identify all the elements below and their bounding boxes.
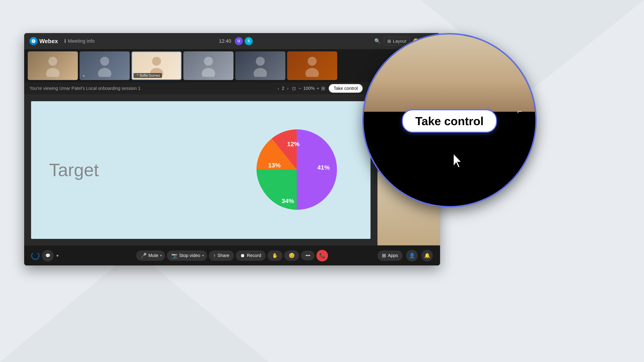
meeting-info-button[interactable]: ℹ Meeting info — [62, 37, 97, 45]
info-icon: ℹ — [64, 38, 66, 44]
next-page-button[interactable]: › — [286, 85, 290, 92]
stop-video-button[interactable]: 📷 Stop video ▾ — [167, 251, 207, 261]
video-chevron-icon: ▾ — [202, 253, 204, 258]
zoom-controls: − 100% + — [298, 86, 319, 91]
meeting-time: 12:40 — [219, 38, 231, 44]
pie-segment-purple2 — [297, 170, 337, 210]
stop-video-label: Stop video — [179, 253, 200, 258]
view-grid-button[interactable]: ⊞ — [321, 86, 325, 91]
record-icon: ⏺ — [240, 253, 245, 259]
apps-icon: ⊞ — [382, 253, 386, 259]
emoji-icon: 😊 — [289, 253, 295, 259]
slide-title: Target — [49, 160, 98, 180]
svg-point-11 — [306, 68, 319, 77]
participant-mic-3: 🎤 — [135, 74, 139, 77]
resize-corner-icon: ⌐ — [517, 107, 522, 116]
notifications-button[interactable]: 🔔 — [421, 250, 433, 261]
pie-chart-svg: 41% 34% 13% 12% — [250, 123, 344, 217]
toolbar-right: ⊞ Apps 👤 🔔 — [378, 250, 433, 261]
participants-button[interactable]: 👤 — [406, 250, 418, 261]
pie-segment-purple — [297, 129, 337, 170]
meeting-info-label: Meeting info — [68, 38, 94, 44]
hand-icon: ✋ — [272, 253, 278, 259]
svg-point-6 — [204, 57, 213, 66]
more-label: ••• — [306, 253, 310, 258]
presentation-area: You're viewing Umar Patel's Local onboar… — [24, 82, 378, 245]
label-41: 41% — [317, 164, 330, 171]
participant-thumb-4[interactable] — [183, 51, 234, 80]
presentation-toolbar: You're viewing Umar Patel's Local onboar… — [24, 82, 378, 95]
mute-button[interactable]: 🎤 Mute ▾ — [136, 251, 165, 261]
participant-thumb-5[interactable] — [235, 51, 285, 80]
svg-point-7 — [202, 68, 215, 77]
participant-thumb-6[interactable] — [287, 51, 337, 80]
svg-point-0 — [48, 57, 57, 66]
svg-point-8 — [256, 57, 265, 66]
bottom-toolbar: 💬 ▾ 🎤 Mute ▾ 📷 Stop video ▾ ↑ Share ⏺ Re… — [24, 245, 440, 266]
end-call-button[interactable]: 📞 — [316, 250, 328, 261]
svg-point-2 — [100, 57, 109, 66]
participant-thumb-2[interactable]: 🎤 — [80, 51, 130, 80]
participant-name-3: Sofia Gomez — [140, 73, 160, 77]
toolbar-controls: ‹ 2 › ⊡ − 100% + ⊞ — [277, 85, 325, 92]
take-control-toolbar-button[interactable]: Take control — [329, 84, 363, 93]
reactions-button[interactable]: ✋ — [268, 251, 282, 261]
viewing-text: You're viewing Umar Patel's Local onboar… — [30, 86, 273, 91]
svg-point-4 — [152, 57, 161, 66]
apps-button[interactable]: ⊞ Apps — [378, 251, 402, 261]
zoom-level: 100% — [303, 86, 314, 91]
emoji-button[interactable]: 😊 — [284, 251, 299, 261]
bell-icon: 🔔 — [424, 253, 430, 259]
mic-icon: 🎤 — [141, 253, 147, 259]
svg-point-3 — [98, 68, 111, 77]
participant-name-badge-3: 🎤 Sofia Gomez — [134, 73, 162, 78]
participant-video-5 — [235, 51, 285, 80]
zoom-circle-content: Take control ⌐ — [364, 34, 535, 206]
record-button[interactable]: ⏺ Record — [236, 251, 266, 261]
participant-video-1 — [28, 51, 78, 80]
svg-point-10 — [308, 57, 317, 66]
zoom-circle-overlay: Take control ⌐ — [362, 33, 537, 207]
title-bar-center: 12:40 U S — [97, 37, 374, 45]
svg-point-9 — [254, 68, 267, 77]
take-control-zoom-button[interactable]: Take control — [402, 109, 497, 132]
avatar-2: S — [245, 37, 253, 45]
toolbar-center: 🎤 Mute ▾ 📷 Stop video ▾ ↑ Share ⏺ Record… — [136, 250, 328, 261]
toolbar-left: 💬 ▾ — [31, 250, 58, 261]
more-button[interactable]: ••• — [301, 251, 314, 260]
svg-point-1 — [46, 68, 60, 77]
slide-content: Target — [31, 101, 370, 239]
participant-video-4 — [183, 51, 234, 80]
webex-logo-icon — [30, 37, 38, 45]
label-13: 13% — [268, 162, 280, 169]
avatar-1: U — [235, 37, 243, 45]
chat-button[interactable]: 💬 — [42, 250, 54, 261]
prev-page-button[interactable]: ‹ — [277, 85, 280, 92]
cursor-icon — [451, 151, 465, 170]
webex-title: Webex — [39, 38, 58, 45]
zoom-circle-video-bg — [364, 34, 535, 112]
pie-chart: 41% 34% 13% 12% — [250, 123, 344, 217]
apps-label: Apps — [388, 253, 398, 258]
page-number: 2 — [282, 86, 284, 91]
share-button[interactable]: ↑ Share — [209, 251, 234, 261]
zoom-in-button[interactable]: + — [316, 86, 319, 91]
zoom-circle-presenter — [364, 34, 535, 112]
participant-thumb-3[interactable]: 🎤 Sofia Gomez — [132, 51, 182, 80]
share-icon: ↑ — [213, 253, 216, 259]
webex-logo: Webex — [30, 37, 58, 45]
participant-video-2 — [80, 51, 130, 80]
chevron-down-icon[interactable]: ▾ — [56, 253, 58, 258]
mute-chevron-icon: ▾ — [160, 253, 162, 258]
label-34: 34% — [281, 198, 294, 204]
participant-thumb-1[interactable] — [28, 51, 78, 80]
label-12: 12% — [287, 141, 300, 147]
zoom-out-button[interactable]: − — [298, 86, 302, 91]
fullscreen-icon: ⊡ — [292, 86, 296, 91]
loading-indicator — [31, 252, 39, 260]
people-icon: 👤 — [409, 253, 415, 259]
end-call-icon: 📞 — [319, 253, 325, 259]
record-label: Record — [247, 253, 261, 258]
share-label: Share — [218, 253, 230, 258]
camera-icon: 📷 — [171, 253, 177, 259]
